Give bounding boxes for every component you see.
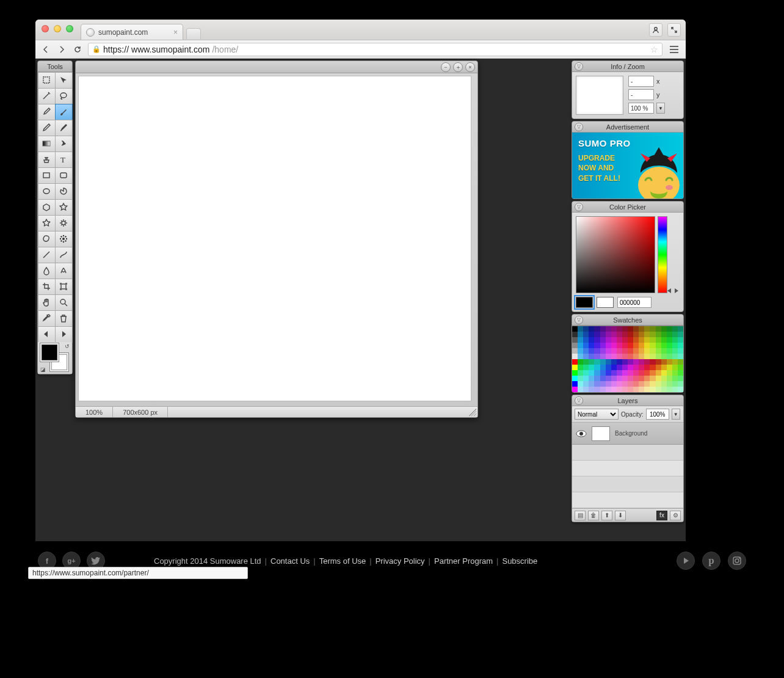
swatch[interactable] (628, 359, 633, 365)
blend-mode-select[interactable]: Normal (575, 409, 619, 420)
swatch[interactable] (628, 381, 633, 387)
swatch[interactable] (678, 354, 683, 359)
swatch[interactable] (639, 387, 644, 392)
swatch[interactable] (644, 381, 650, 387)
tool-transform[interactable] (55, 279, 73, 295)
swatch[interactable] (650, 354, 655, 359)
swatch[interactable] (578, 337, 583, 343)
layer-up-button[interactable]: ⬆ (601, 511, 612, 520)
swatch[interactable] (606, 365, 611, 370)
swatch[interactable] (611, 348, 617, 354)
swatch[interactable] (600, 365, 606, 370)
swatch[interactable] (633, 387, 639, 392)
swatch[interactable] (672, 387, 678, 392)
tool-ellipse[interactable] (38, 183, 56, 200)
swatch[interactable] (622, 337, 628, 343)
swatch[interactable] (594, 354, 600, 359)
swatch[interactable] (572, 365, 578, 370)
swatch[interactable] (622, 376, 628, 381)
swatch[interactable] (644, 359, 650, 365)
swatch[interactable] (633, 326, 639, 332)
swatch[interactable] (628, 337, 633, 343)
collapse-icon[interactable]: ▽ (575, 396, 583, 405)
tool-move[interactable] (55, 72, 73, 89)
swatch[interactable] (656, 337, 661, 343)
swatch[interactable] (644, 370, 650, 376)
swatch[interactable] (578, 354, 583, 359)
swatch[interactable] (611, 332, 617, 337)
opacity-input[interactable] (646, 409, 669, 420)
swatch[interactable] (628, 354, 633, 359)
swatch[interactable] (667, 381, 672, 387)
swatch[interactable] (617, 337, 622, 343)
tool-ink[interactable] (55, 120, 73, 136)
swatch[interactable] (617, 387, 622, 392)
swatch[interactable] (578, 365, 583, 370)
picker-foreground-swatch[interactable] (576, 297, 593, 308)
swatch[interactable] (650, 337, 655, 343)
swatch[interactable] (594, 370, 600, 376)
swatch[interactable] (583, 348, 589, 354)
swatch[interactable] (644, 332, 650, 337)
swatch[interactable] (650, 365, 655, 370)
swatch[interactable] (617, 365, 622, 370)
hex-input[interactable] (617, 297, 652, 308)
swatch[interactable] (578, 381, 583, 387)
swatch[interactable] (606, 370, 611, 376)
swap-colors-icon[interactable]: ↺ (65, 343, 70, 349)
swatch[interactable] (644, 376, 650, 381)
swatch[interactable] (644, 365, 650, 370)
collapse-icon[interactable]: ▽ (575, 316, 583, 324)
swatch[interactable] (583, 326, 589, 332)
swatch[interactable] (678, 370, 683, 376)
tool-clone-stamp[interactable] (38, 151, 56, 168)
swatch[interactable] (617, 332, 622, 337)
swatch[interactable] (611, 381, 617, 387)
swatch[interactable] (578, 332, 583, 337)
tool-arrow-left[interactable] (38, 326, 56, 343)
swatch[interactable] (617, 348, 622, 354)
new-layer-button[interactable]: ▤ (575, 511, 586, 520)
footer-link-privacy[interactable]: Privacy Policy (376, 556, 425, 566)
tool-symmetry[interactable] (55, 231, 73, 247)
swatch[interactable] (606, 343, 611, 348)
swatch[interactable] (583, 343, 589, 348)
swatch[interactable] (639, 326, 644, 332)
tab-close-icon[interactable]: × (173, 28, 178, 37)
swatch[interactable] (606, 376, 611, 381)
swatch[interactable] (672, 359, 678, 365)
swatch[interactable] (622, 381, 628, 387)
footer-link-terms[interactable]: Terms of Use (319, 556, 366, 566)
swatch[interactable] (578, 376, 583, 381)
swatch[interactable] (583, 354, 589, 359)
window-close-button[interactable] (42, 25, 49, 32)
foreground-color-swatch[interactable] (42, 344, 57, 360)
swatch[interactable] (611, 326, 617, 332)
layer-row[interactable]: Background (572, 423, 683, 445)
swatch[interactable] (628, 343, 633, 348)
resize-grip[interactable] (469, 409, 476, 416)
swatch[interactable] (639, 332, 644, 337)
tool-polygon[interactable] (38, 199, 56, 216)
swatch[interactable] (622, 326, 628, 332)
swatch[interactable] (672, 376, 678, 381)
tool-rectangle[interactable] (38, 167, 56, 184)
swatch[interactable] (661, 348, 667, 354)
swatch[interactable] (650, 348, 655, 354)
tool-star-rounded[interactable] (38, 215, 56, 231)
swatch[interactable] (650, 376, 655, 381)
swatch[interactable] (600, 332, 606, 337)
swatch[interactable] (589, 348, 594, 354)
swatch[interactable] (600, 381, 606, 387)
swatch[interactable] (611, 343, 617, 348)
swatch[interactable] (644, 348, 650, 354)
default-colors-icon[interactable]: ◪ (40, 366, 46, 373)
swatch[interactable] (617, 326, 622, 332)
swatch[interactable] (656, 343, 661, 348)
swatch[interactable] (589, 387, 594, 392)
swatch[interactable] (661, 370, 667, 376)
swatch[interactable] (678, 326, 683, 332)
swatch[interactable] (661, 332, 667, 337)
browser-menu-button[interactable] (667, 43, 681, 56)
swatch[interactable] (672, 348, 678, 354)
